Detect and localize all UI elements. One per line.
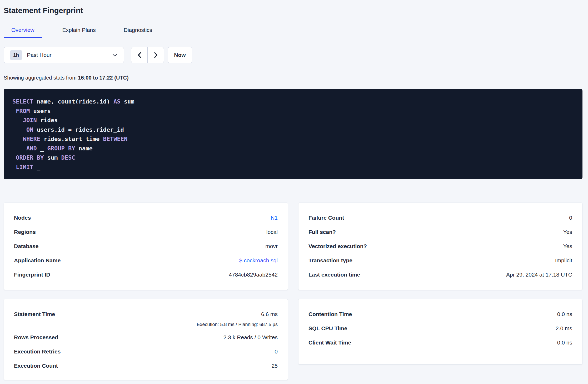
perf-row-contention-time: Contention Time 0.0 ns [308,307,572,321]
sql-statement-box: SELECT name, count(rides.id) AS sum FROM… [4,89,582,179]
tab-explain-plans[interactable]: Explain Plans [55,27,103,38]
row-value: 0.0 ns [557,311,572,317]
tab-overview[interactable]: Overview [4,27,42,38]
row-value: 6.6 ms [261,307,278,321]
row-label: Execution Retries [14,348,61,355]
chevron-left-icon [137,52,142,58]
sql-line: SELECT name, count(rides.id) AS sum [12,97,577,106]
sql-line: ON users.id = rides.rider_id [12,125,577,135]
row-value: 25 [272,363,278,369]
time-controls: 1h Past Hour [4,47,582,63]
row-value: local [266,229,278,235]
detail-row-transaction-type: Transaction type Implicit [308,253,572,268]
detail-row-nodes: Nodes N1 [14,211,278,225]
stats-summary-range: 16:00 to 17:22 (UTC) [78,75,128,81]
details-card-left: Nodes N1 Regions local Database movr App… [4,203,288,290]
chevron-down-icon [112,53,117,57]
row-label: Regions [14,229,36,235]
perf-row-sql-cpu-time: SQL CPU Time 2.0 ms [308,321,572,336]
row-label: Nodes [14,215,31,221]
perf-row-client-wait-time: Client Wait Time 0.0 ns [308,336,572,350]
row-label: SQL CPU Time [308,325,347,332]
row-value: 2.0 ms [556,325,572,332]
application-name-link[interactable]: $ cockroach sql [239,257,278,264]
perf-row-execution-retries: Execution Retries 0 [14,344,278,359]
nodes-link[interactable]: N1 [271,215,278,221]
now-button[interactable]: Now [168,47,192,63]
tab-diagnostics[interactable]: Diagnostics [116,27,160,38]
statement-fingerprint-page: Statement Fingerprint Overview Explain P… [4,0,582,380]
time-range-badge: 1h [10,50,22,60]
detail-row-regions: Regions local [14,225,278,239]
performance-card-right: Contention Time 0.0 ns SQL CPU Time 2.0 … [298,299,582,365]
detail-row-application-name: Application Name $ cockroach sql [14,253,278,268]
tab-bar: Overview Explain Plans Diagnostics [4,27,582,38]
row-value: 0 [275,348,278,355]
row-label: Vectorized execution? [308,243,367,249]
detail-row-failure-count: Failure Count 0 [308,211,572,225]
row-value: 4784cb829aab2542 [229,272,278,278]
prev-range-button[interactable] [131,47,147,63]
sql-line: WHERE rides.start_time BETWEEN _ [12,134,577,144]
row-label: Fingerprint ID [14,272,50,278]
row-value: Yes [563,243,572,249]
detail-row-vectorized-execution: Vectorized execution? Yes [308,239,572,253]
row-value: Implicit [555,257,572,264]
row-value: Yes [563,229,572,235]
row-label: Full scan? [308,229,336,235]
sql-line: ORDER BY sum DESC [12,153,577,163]
row-label: Last execution time [308,272,360,278]
row-value: 2.3 k Reads / 0 Writes [223,334,278,341]
perf-row-rows-processed: Rows Processed 2.3 k Reads / 0 Writes [14,330,278,344]
chevron-right-icon [153,52,159,58]
page-title: Statement Fingerprint [4,0,582,15]
sql-line: JOIN rides [12,116,577,125]
detail-row-fingerprint-id: Fingerprint ID 4784cb829aab2542 [14,268,278,282]
row-value: 0.0 ns [557,339,572,346]
stats-summary: Showing aggregated stats from 16:00 to 1… [4,74,582,81]
performance-card-left: Statement Time 6.6 ms Execution: 5.8 ms … [4,299,288,380]
detail-row-full-scan: Full scan? Yes [308,225,572,239]
row-label: Failure Count [308,215,344,221]
sql-line: FROM users [12,106,577,116]
row-label: Contention Time [308,311,352,317]
details-card-right: Failure Count 0 Full scan? Yes Vectorize… [298,203,582,290]
sql-line: AND _ GROUP BY name [12,144,577,153]
row-label: Execution Count [14,363,58,369]
row-label: Rows Processed [14,334,58,341]
stats-summary-prefix: Showing aggregated stats from [4,75,78,81]
time-range-select[interactable]: 1h Past Hour [4,47,124,63]
detail-row-last-execution-time: Last execution time Apr 29, 2024 at 17:1… [308,268,572,282]
row-value: Apr 29, 2024 at 17:18 UTC [506,272,572,278]
time-range-label: Past Hour [27,52,112,58]
row-label: Transaction type [308,257,352,264]
row-value: 0 [569,215,572,221]
row-label: Database [14,243,38,249]
sql-line: LIMIT _ [12,163,577,172]
row-value: movr [265,243,278,249]
summary-cards: Nodes N1 Regions local Database movr App… [4,203,582,380]
row-label: Application Name [14,257,61,264]
perf-row-execution-count: Execution Count 25 [14,359,278,373]
row-label: Statement Time [14,307,55,321]
row-subvalue: Execution: 5.8 ms / Planning: 687.5 µs [197,321,278,328]
row-label: Client Wait Time [308,339,351,346]
perf-row-statement-time: Statement Time 6.6 ms Execution: 5.8 ms … [14,307,278,330]
next-range-button[interactable] [147,47,164,63]
time-range-stepper [131,47,164,63]
detail-row-database: Database movr [14,239,278,253]
